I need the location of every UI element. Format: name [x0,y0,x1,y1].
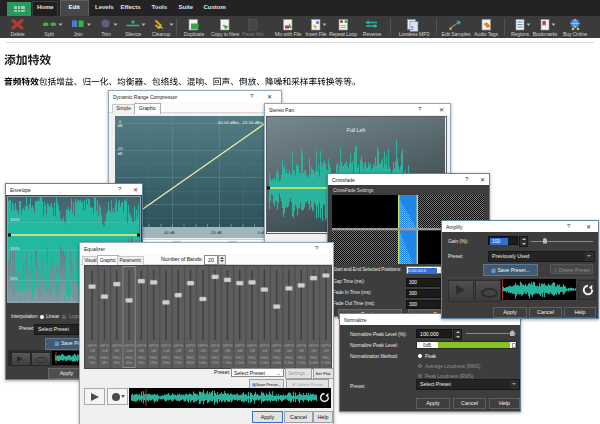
svg-text:96Hz: 96Hz [138,361,145,365]
svg-text:DEPTH: DEPTH [247,344,256,348]
svg-text:FREQ: FREQ [174,356,183,360]
svg-text:0dB: 0dB [299,349,304,353]
svg-text:68Hz: 68Hz [126,361,133,365]
svg-text:DEPTH: DEPTH [309,344,318,348]
svg-text:FREQ: FREQ [236,356,245,360]
svg-text:DEPTH: DEPTH [112,344,121,348]
svg-text:FREQ: FREQ [125,356,134,360]
svg-text:DEPTH: DEPTH [149,344,158,348]
svg-text:0dB: 0dB [139,349,144,353]
svg-text:Full Left: Full Left [347,127,366,133]
svg-text:6.2kHz: 6.2kHz [285,361,294,365]
svg-text:DEPTH: DEPTH [124,344,133,348]
svg-text:50%: 50% [10,277,18,281]
svg-text:FREQ: FREQ [285,356,294,360]
svg-text:DEPTH: DEPTH [272,344,281,348]
svg-text:-1dB: -1dB [323,349,329,353]
svg-text:FREQ: FREQ [137,356,146,360]
svg-text:0dB: 0dB [151,349,156,353]
svg-text:772Hz: 772Hz [211,361,220,365]
svg-text:DEPTH: DEPTH [297,344,306,348]
svg-text:dB: dB [118,123,123,128]
svg-text:273Hz: 273Hz [174,361,183,365]
svg-text:193Hz: 193Hz [162,361,171,365]
svg-text:-15dB: -15dB [125,349,133,353]
svg-text:FREQ: FREQ [199,356,208,360]
svg-text:24Hz: 24Hz [89,361,96,365]
svg-text:386Hz: 386Hz [187,361,196,365]
svg-text:FREQ: FREQ [187,356,196,360]
svg-text:-4dB: -4dB [286,349,292,353]
svg-text:546Hz: 546Hz [199,361,208,365]
svg-text:DEPTH: DEPTH [210,344,219,348]
svg-text:4.4kHz: 4.4kHz [272,361,281,365]
svg-text:17.5kHz: 17.5kHz [321,361,331,365]
svg-text:DEPTH: DEPTH [284,344,293,348]
svg-text:FREQ: FREQ [310,356,319,360]
svg-text:136Hz: 136Hz [150,361,159,365]
svg-text:FREQ: FREQ [101,356,110,360]
svg-text:DEPTH: DEPTH [174,344,183,348]
svg-text:DEPTH: DEPTH [87,344,96,348]
svg-text:12.4kHz: 12.4kHz [308,361,319,365]
svg-text:FREQ: FREQ [211,356,220,360]
svg-text:-60.00 dBin, -23.16 dBin: -60.00 dBin, -23.16 dBin [217,120,264,125]
svg-text:FREQ: FREQ [260,356,269,360]
svg-text:DEPTH: DEPTH [260,344,269,348]
svg-text:34Hz: 34Hz [101,361,108,365]
svg-text:DEPTH: DEPTH [223,344,232,348]
svg-text:-3dB: -3dB [188,349,194,353]
svg-text:FREQ: FREQ [88,356,97,360]
svg-text:DEPTH: DEPTH [198,344,207,348]
svg-text:DEPTH: DEPTH [137,344,146,348]
svg-text:dB: dB [118,151,123,156]
svg-text:FREQ: FREQ [248,356,257,360]
svg-text:1.5kHz: 1.5kHz [235,361,244,365]
svg-text:FREQ: FREQ [297,356,306,360]
svg-text:FREQ: FREQ [162,356,171,360]
svg-text:-3dB: -3dB [261,349,267,353]
svg-text:-1dB: -1dB [212,349,218,353]
svg-text:DEPTH: DEPTH [235,344,244,348]
svg-text:100%: 100% [10,247,20,251]
svg-text:-2dB: -2dB [311,349,317,353]
svg-text:FREQ: FREQ [150,356,159,360]
svg-text:-1dB: -1dB [89,349,95,353]
svg-text:1.1kHz: 1.1kHz [223,361,232,365]
svg-text:48Hz: 48Hz [113,361,120,365]
svg-text:100%: 100% [10,218,20,222]
svg-text:-11dB: -11dB [101,349,108,353]
svg-text:DEPTH: DEPTH [321,344,330,348]
svg-text:DEPTH: DEPTH [186,344,195,348]
svg-text:0dB: 0dB [114,349,119,353]
svg-text:FREQ: FREQ [322,356,331,360]
svg-text:-1dB: -1dB [249,349,255,353]
svg-text:2.2kHz: 2.2kHz [248,361,257,365]
svg-text:DEPTH: DEPTH [100,344,109,348]
svg-text:-5dB: -5dB [200,349,206,353]
svg-text:-26dB: -26dB [273,349,281,353]
svg-text:-11dB: -11dB [162,349,169,353]
svg-text:3.1kHz: 3.1kHz [260,361,269,365]
svg-text:-8dB: -8dB [237,349,243,353]
svg-text:FREQ: FREQ [273,356,282,360]
svg-text:8.7kHz: 8.7kHz [297,361,306,365]
svg-text:DEPTH: DEPTH [161,344,170,348]
svg-text:0dB: 0dB [225,349,230,353]
svg-text:-2dB: -2dB [175,349,181,353]
svg-text:FREQ: FREQ [224,356,233,360]
svg-text:FREQ: FREQ [113,356,122,360]
